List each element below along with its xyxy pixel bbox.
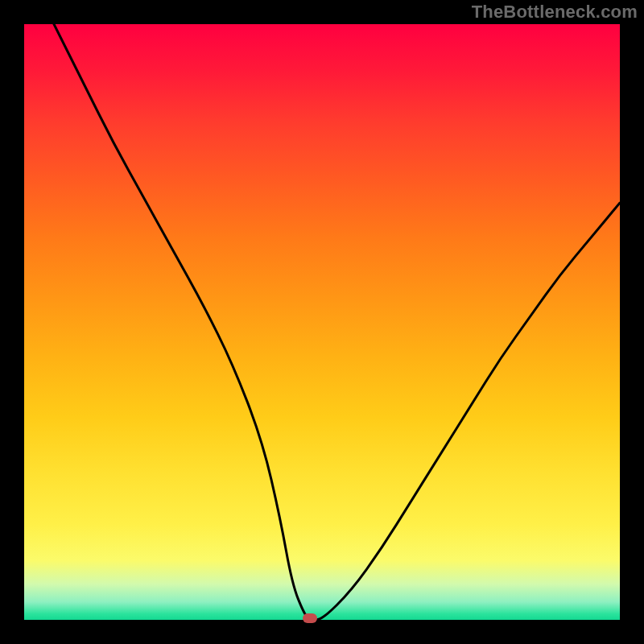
chart-area <box>24 24 620 620</box>
bottleneck-curve <box>24 24 620 620</box>
brand-label: TheBottleneck.com <box>472 2 638 23</box>
chart-svg <box>24 24 620 620</box>
target-marker <box>303 613 317 623</box>
